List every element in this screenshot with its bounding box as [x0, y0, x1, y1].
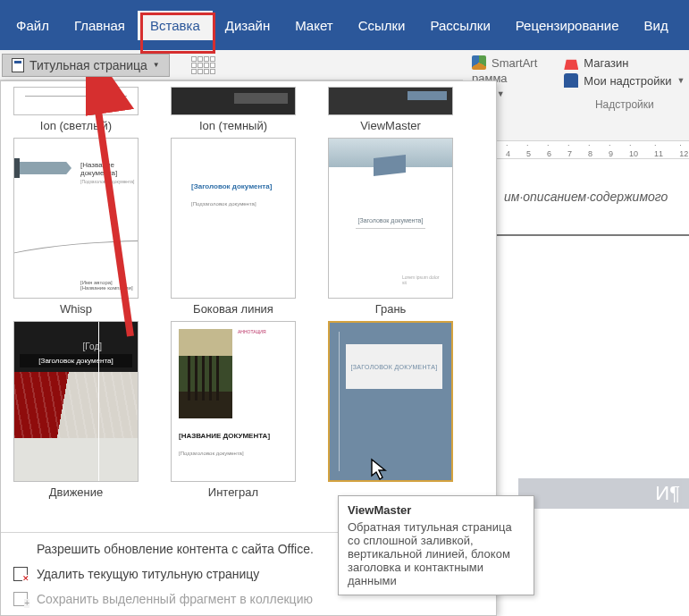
thumbnail: [Название документа][Подзаголовок докуме…	[13, 138, 139, 299]
tab-view[interactable]: Вид	[632, 11, 681, 40]
gallery-item-viewmaster[interactable]: [ЗАГОЛОВОК ДОКУМЕНТА]	[328, 321, 453, 499]
my-addins-button[interactable]: Мои надстройки ▼	[564, 73, 685, 88]
tab-review[interactable]: Рецензирование	[503, 11, 632, 40]
delete-page-icon	[13, 567, 28, 581]
chevron-down-icon: ▼	[153, 61, 160, 69]
gallery-item-motion[interactable]: [Год] [Заголовок документа] Движение	[13, 321, 139, 499]
gallery-item-sideline[interactable]: [Заголовок документа] [Подзаголовок доку…	[171, 138, 296, 316]
gallery-item-facet[interactable]: [Заголовок документа] Lorem ipsum dolor …	[328, 138, 453, 316]
document-footer-stripe: И¶	[518, 478, 689, 509]
gallery-item-ion-dark[interactable]: Ion (темный)	[171, 87, 296, 132]
smartart-icon	[472, 55, 486, 70]
tab-insert[interactable]: Вставка	[138, 11, 213, 40]
tooltip-title: ViewMaster	[348, 503, 525, 517]
tab-design[interactable]: Дизайн	[213, 11, 282, 40]
tooltip-body: Обратная титульная страница со сплошной …	[348, 520, 525, 587]
save-to-gallery-icon	[13, 592, 28, 606]
thumbnail	[171, 87, 296, 115]
chevron-down-icon: ▼	[677, 76, 685, 85]
tab-references[interactable]: Ссылки	[346, 11, 418, 40]
gallery-item-viewmaster-top[interactable]: ViewMaster	[328, 87, 453, 132]
tooltip: ViewMaster Обратная титульная страница с…	[338, 495, 534, 595]
gallery-item-whisp[interactable]: [Название документа][Подзаголовок докуме…	[13, 138, 139, 316]
tab-layout[interactable]: Макет	[282, 11, 345, 40]
thumbnail: [Заголовок документа] [Подзаголовок доку…	[171, 138, 296, 299]
cover-page-dropdown[interactable]: Титульная страница ▼	[2, 54, 170, 77]
page-icon	[12, 58, 24, 72]
smartart-button[interactable]: SmartArt	[472, 55, 537, 70]
thumbnail: АННОТАЦИЯ [НАЗВАНИЕ ДОКУМЕНТА] [Подзагол…	[171, 321, 296, 482]
addin-icon	[564, 73, 578, 88]
thumbnail: [Заголовок документа] Lorem ipsum dolor …	[328, 138, 453, 299]
gallery-item-ion-light[interactable]: Ion (светлый)	[13, 87, 139, 132]
table-icon[interactable]	[191, 56, 215, 74]
store-icon	[564, 55, 578, 70]
thumbnail: [ЗАГОЛОВОК ДОКУМЕНТА]	[328, 321, 453, 482]
addins-group-label: Надстройки	[564, 98, 685, 111]
blank-icon	[13, 542, 28, 556]
document-text[interactable]: им·описанием·содержимого	[497, 159, 689, 236]
chevron-down-icon: ▼	[497, 89, 505, 98]
thumbnail	[328, 87, 453, 115]
store-button[interactable]: Магазин	[564, 55, 685, 70]
gallery-item-integral[interactable]: АННОТАЦИЯ [НАЗВАНИЕ ДОКУМЕНТА] [Подзагол…	[171, 321, 296, 499]
thumbnail: [Год] [Заголовок документа]	[13, 321, 139, 482]
pilcrow-icon: И¶	[655, 482, 680, 505]
cover-page-label: Титульная страница	[29, 58, 147, 72]
ribbon-tabs: Файл Главная Вставка Дизайн Макет Ссылки…	[0, 0, 689, 50]
tab-file[interactable]: Файл	[4, 11, 62, 40]
thumbnail	[13, 87, 139, 115]
tab-home[interactable]: Главная	[62, 11, 138, 40]
tab-mailings[interactable]: Рассылки	[417, 11, 502, 40]
horizontal-ruler: 45678910111213	[497, 141, 689, 159]
